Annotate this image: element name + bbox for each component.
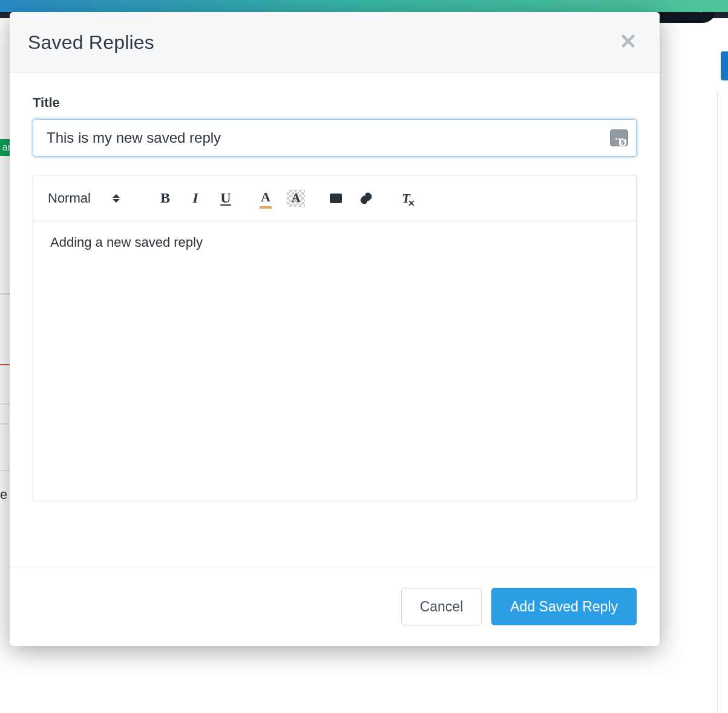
rich-text-editor: Normal B I U A A bbox=[33, 175, 637, 501]
chevron-sort-icon bbox=[113, 194, 120, 203]
text-color-button[interactable]: A bbox=[257, 188, 275, 209]
side-tab[interactable] bbox=[721, 51, 728, 80]
cancel-button[interactable]: Cancel bbox=[401, 588, 482, 625]
add-saved-reply-button[interactable]: Add Saved Reply bbox=[491, 588, 637, 625]
editor-content[interactable]: Adding a new saved reply bbox=[33, 221, 636, 501]
modal-title: Saved Replies bbox=[28, 31, 154, 54]
bold-button[interactable]: B bbox=[156, 188, 174, 209]
bg-text-fragment: e bbox=[0, 487, 7, 503]
link-button[interactable] bbox=[357, 188, 375, 209]
modal-footer: Cancel Add Saved Reply bbox=[10, 567, 660, 646]
underline-button[interactable]: U bbox=[217, 188, 235, 209]
italic-button[interactable]: I bbox=[186, 188, 205, 209]
extension-badge-count: 5 bbox=[619, 139, 626, 146]
modal-body: Title 5 Normal B I U bbox=[10, 73, 660, 567]
saved-replies-modal: Saved Replies Title 5 Normal bbox=[10, 12, 660, 646]
close-icon[interactable] bbox=[615, 29, 641, 56]
side-panel-edge bbox=[717, 91, 728, 713]
title-label: Title bbox=[33, 95, 637, 111]
highlight-button[interactable]: A bbox=[287, 188, 305, 209]
format-select[interactable]: Normal bbox=[48, 190, 134, 206]
title-input-wrap: 5 bbox=[33, 119, 637, 157]
image-button[interactable] bbox=[327, 188, 345, 209]
extension-badge-icon[interactable]: 5 bbox=[610, 129, 628, 146]
title-input[interactable] bbox=[33, 119, 637, 157]
editor-toolbar: Normal B I U A A bbox=[33, 175, 636, 221]
format-select-label: Normal bbox=[48, 190, 91, 206]
modal-header: Saved Replies bbox=[10, 12, 660, 73]
accent-gradient-bar bbox=[0, 0, 728, 12]
clear-format-button[interactable]: T✕ bbox=[397, 188, 415, 209]
